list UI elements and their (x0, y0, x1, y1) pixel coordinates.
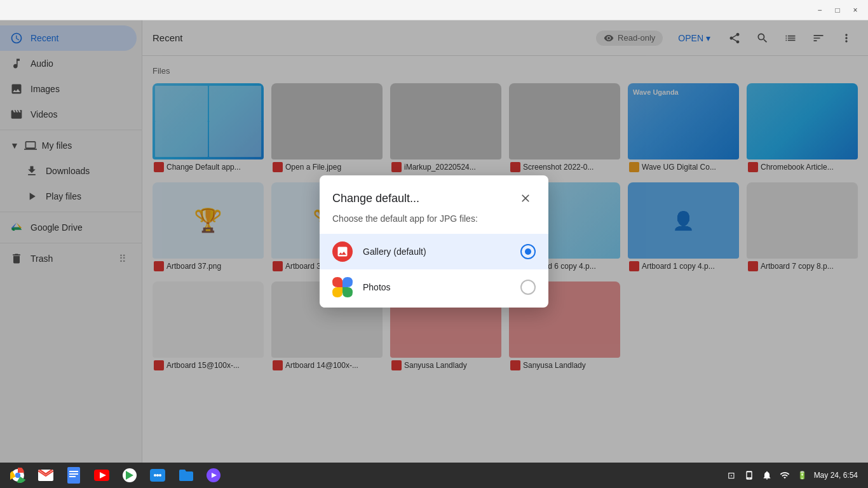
svg-rect-10 (69, 476, 76, 477)
phone-icon[interactable] (743, 469, 756, 482)
dialog-app-list: Gallery (default) (320, 231, 548, 308)
modal-overlay: Change default... Choose the default app… (0, 20, 868, 463)
battery-icon[interactable]: 🔋 (796, 469, 809, 482)
dialog-subtitle: Choose the default app for JPG files: (320, 214, 548, 231)
svg-point-17 (159, 474, 161, 477)
taskbar-files[interactable] (173, 464, 198, 487)
gallery-app-label: Gallery (default) (363, 247, 510, 257)
taskbar-chrome[interactable] (5, 464, 31, 487)
svg-point-5 (15, 473, 20, 478)
unselected-radio-icon (520, 280, 536, 295)
taskbar-play[interactable] (117, 464, 142, 487)
photos-app-icon (332, 277, 353, 297)
svg-rect-9 (69, 473, 78, 475)
taskbar-right: ⊡ 🔋 May 24, 6:54 (720, 469, 863, 482)
change-default-dialog: Change default... Choose the default app… (320, 175, 548, 308)
svg-point-2 (521, 280, 535, 294)
dialog-title: Change default... (332, 192, 419, 205)
taskbar-gmail[interactable] (33, 464, 58, 487)
taskbar: ⊡ 🔋 May 24, 6:54 (0, 463, 868, 488)
svg-point-15 (154, 474, 156, 477)
dialog-close-button[interactable] (515, 188, 536, 208)
svg-point-1 (525, 248, 531, 255)
close-button[interactable]: × (848, 3, 863, 18)
maximize-button[interactable]: □ (830, 3, 845, 18)
minimize-button[interactable]: − (812, 3, 827, 18)
title-bar: − □ × (0, 0, 868, 20)
selected-check-icon (520, 244, 536, 259)
svg-rect-8 (69, 471, 78, 472)
taskbar-messages[interactable] (145, 464, 170, 487)
photos-app-label: Photos (363, 282, 510, 292)
dialog-app-photos[interactable]: Photos (320, 269, 548, 305)
taskbar-clipchamp[interactable] (201, 464, 226, 487)
taskbar-time: May 24, 6:54 (814, 471, 858, 480)
svg-point-16 (156, 474, 159, 477)
dialog-header: Change default... (320, 175, 548, 214)
notification-icon[interactable] (761, 469, 773, 482)
wifi-icon[interactable] (778, 469, 791, 482)
svg-rect-7 (67, 467, 80, 484)
taskbar-docs[interactable] (61, 464, 86, 487)
dialog-app-gallery[interactable]: Gallery (default) (320, 234, 548, 269)
taskbar-youtube[interactable] (89, 464, 114, 487)
screen-capture-icon[interactable]: ⊡ (725, 469, 738, 482)
gallery-app-icon (332, 241, 353, 262)
